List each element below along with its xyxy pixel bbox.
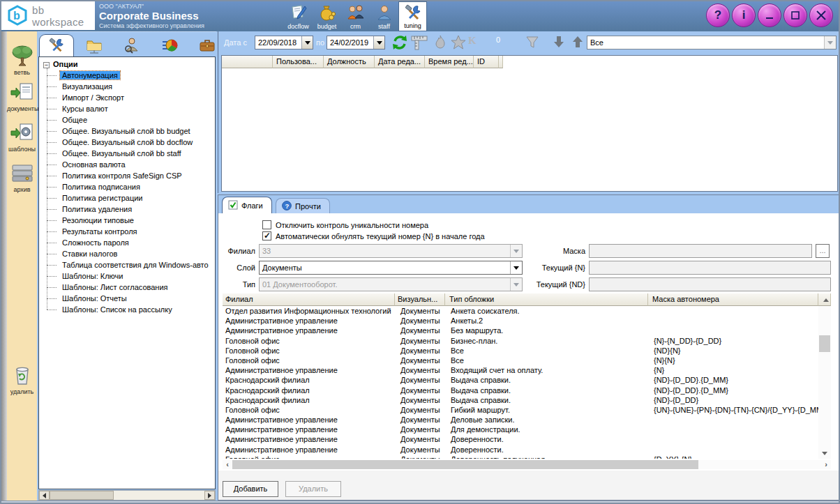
star-icon[interactable] bbox=[451, 35, 466, 52]
column-header[interactable] bbox=[499, 56, 503, 68]
scroll-left-button[interactable]: ‹ bbox=[223, 460, 232, 469]
tree-item[interactable]: Визуализация bbox=[46, 81, 215, 92]
tree-item[interactable]: Общее bbox=[46, 114, 215, 125]
tree-item[interactable]: Общее. Визуальный слой bb budget bbox=[46, 125, 215, 137]
funnel-icon[interactable] bbox=[525, 36, 539, 51]
module-tuning[interactable]: tuning bbox=[398, 1, 427, 31]
scroll-left-button[interactable] bbox=[39, 491, 50, 500]
table-row[interactable]: Головной офис Документы Доверенность пол… bbox=[223, 455, 818, 459]
tab-other[interactable]: ? Прочти bbox=[276, 198, 330, 213]
ruler-icon[interactable] bbox=[410, 34, 428, 52]
column-header[interactable]: Должность bbox=[324, 56, 375, 68]
table-row[interactable]: Головной офис Документы Бизнес-план. {N}… bbox=[223, 336, 818, 346]
scroll-right-button[interactable]: › bbox=[821, 460, 831, 469]
scope-dropdown[interactable] bbox=[824, 36, 836, 49]
table-row[interactable]: Административное управление Документы Дл… bbox=[223, 425, 818, 434]
tree-item[interactable]: Политика контроля SafeSign CSP bbox=[46, 170, 215, 181]
collapse-icon[interactable]: − bbox=[43, 62, 50, 68]
table-row[interactable]: Головной офис Документы Гибкий маршрут. … bbox=[223, 405, 818, 415]
column-header[interactable]: Маска автономера bbox=[648, 293, 818, 306]
column-header[interactable]: Филиал bbox=[223, 293, 395, 306]
refresh-icon[interactable] bbox=[391, 34, 408, 52]
tree-item[interactable]: Результаты контроля bbox=[46, 226, 215, 237]
tree-item[interactable]: Автонумерация bbox=[46, 70, 215, 81]
module-docflow[interactable]: docflow bbox=[284, 1, 313, 31]
date-from-dropdown[interactable] bbox=[301, 36, 313, 49]
masks-vertical-scrollbar[interactable] bbox=[818, 306, 831, 459]
checkbox-auto-reset[interactable]: Автоматически обнулять текущий номер {N}… bbox=[262, 231, 485, 240]
tree-item[interactable]: Политика удаления bbox=[46, 204, 215, 215]
move-down-icon[interactable] bbox=[552, 35, 566, 50]
tree-root[interactable]: −Опции bbox=[39, 57, 215, 70]
branch-dropdown[interactable] bbox=[510, 245, 522, 257]
tree-item[interactable]: Политика регистрации bbox=[46, 192, 215, 204]
date-to-input[interactable]: 24/02/2019 bbox=[327, 36, 385, 49]
column-header[interactable]: Визуальн... bbox=[395, 293, 445, 306]
table-row[interactable]: Краснодарский филиал Документы Выдача сп… bbox=[223, 395, 818, 405]
tree-item[interactable]: Основная валюта bbox=[46, 159, 215, 170]
sidebar-item-archive[interactable]: архив bbox=[7, 163, 37, 193]
tree-item[interactable]: Импорт / Экспорт bbox=[46, 92, 215, 103]
checkbox-icon[interactable] bbox=[262, 220, 271, 229]
table-row[interactable]: Административное управление Документы Ан… bbox=[223, 316, 818, 326]
column-header[interactable] bbox=[222, 56, 273, 68]
table-row[interactable]: Административное управление Документы Вх… bbox=[223, 365, 818, 375]
close-button[interactable] bbox=[809, 3, 833, 27]
checkbox-disable-unique[interactable]: Отключить контроль уникальности номера bbox=[262, 220, 428, 229]
tab-options-tools[interactable] bbox=[39, 34, 74, 57]
help-button[interactable]: ? bbox=[706, 3, 730, 27]
masks-horizontal-scrollbar[interactable]: ‹ › bbox=[223, 460, 831, 469]
move-up-icon[interactable] bbox=[571, 35, 585, 50]
scroll-down-button[interactable] bbox=[818, 448, 831, 459]
mask-input[interactable] bbox=[589, 244, 812, 258]
tree-item[interactable]: Таблица соответствия для Windows-авто bbox=[46, 259, 215, 270]
scrollbar-thumb[interactable] bbox=[819, 335, 830, 352]
table-row[interactable]: Головной офис Документы Все {N}{N} bbox=[223, 356, 818, 365]
tree-item[interactable]: Шаблоны: Список на рассылку bbox=[46, 304, 215, 315]
tree-item[interactable]: Шаблоны: Ключи bbox=[46, 270, 215, 282]
add-button[interactable]: Добавить bbox=[223, 481, 278, 497]
current-n-input[interactable] bbox=[589, 261, 831, 275]
column-header[interactable]: Время ред... bbox=[425, 56, 474, 68]
info-button[interactable]: i bbox=[732, 3, 756, 27]
column-header[interactable]: ID bbox=[474, 56, 499, 68]
tree-item[interactable]: Общее. Визуальный слой bb docflow bbox=[46, 137, 215, 148]
module-staff[interactable]: staff bbox=[370, 1, 398, 31]
tree-item[interactable]: Общее. Визуальный слой bb staff bbox=[46, 148, 215, 159]
delete-button[interactable]: Удалить bbox=[285, 481, 341, 497]
branch-combobox[interactable]: 33 bbox=[259, 244, 523, 258]
tree-item[interactable]: Резолюции типовые bbox=[46, 215, 215, 226]
scroll-up-button[interactable] bbox=[818, 293, 831, 306]
tab-inspector[interactable] bbox=[114, 34, 149, 57]
k-icon[interactable]: K bbox=[468, 35, 477, 47]
column-header[interactable]: Дата реда... bbox=[375, 56, 425, 68]
table-row[interactable]: Административное управление Документы Бе… bbox=[223, 326, 818, 335]
scrollbar-thumb[interactable] bbox=[50, 491, 114, 500]
tree-horizontal-scrollbar[interactable] bbox=[38, 490, 216, 501]
tree-item[interactable]: Ставки налогов bbox=[46, 248, 215, 259]
table-row[interactable]: Головной офис Документы Все {ND}{N} bbox=[223, 346, 818, 356]
scroll-right-button[interactable] bbox=[204, 491, 215, 500]
table-row[interactable]: Отдел развития Информационных технологий… bbox=[223, 306, 818, 316]
date-to-dropdown[interactable] bbox=[373, 36, 384, 49]
tree-item[interactable]: Курсы валют bbox=[46, 103, 215, 114]
sidebar-item-templates[interactable]: шаблоны bbox=[7, 123, 37, 153]
column-header[interactable]: Тип обложки bbox=[445, 293, 648, 306]
tab-reports[interactable] bbox=[152, 34, 187, 57]
current-nd-input[interactable] bbox=[589, 277, 831, 291]
sidebar-item-delete[interactable]: удалить bbox=[7, 365, 37, 395]
mask-browse-button[interactable]: ... bbox=[816, 244, 830, 258]
table-row[interactable]: Административное управление Документы Де… bbox=[223, 415, 818, 425]
flame-icon[interactable] bbox=[433, 35, 447, 52]
scope-combobox[interactable]: Все bbox=[587, 36, 837, 49]
tab-folders[interactable] bbox=[77, 34, 112, 57]
tree-item[interactable]: Шаблоны: Отчеты bbox=[46, 293, 215, 304]
table-row[interactable]: Краснодарский филиал Документы Выдача сп… bbox=[223, 375, 818, 385]
sidebar-item-documents[interactable]: документы bbox=[7, 82, 37, 112]
tree-item[interactable]: Политика подписания bbox=[46, 181, 215, 192]
module-budget[interactable]: budget bbox=[313, 1, 341, 31]
date-from-input[interactable]: 22/09/2018 bbox=[255, 36, 313, 49]
table-row[interactable]: Краснодарский филиал Документы Выдача сп… bbox=[223, 385, 818, 395]
checkbox-icon[interactable] bbox=[262, 231, 271, 240]
tree-item[interactable]: Сложность пароля bbox=[46, 237, 215, 248]
